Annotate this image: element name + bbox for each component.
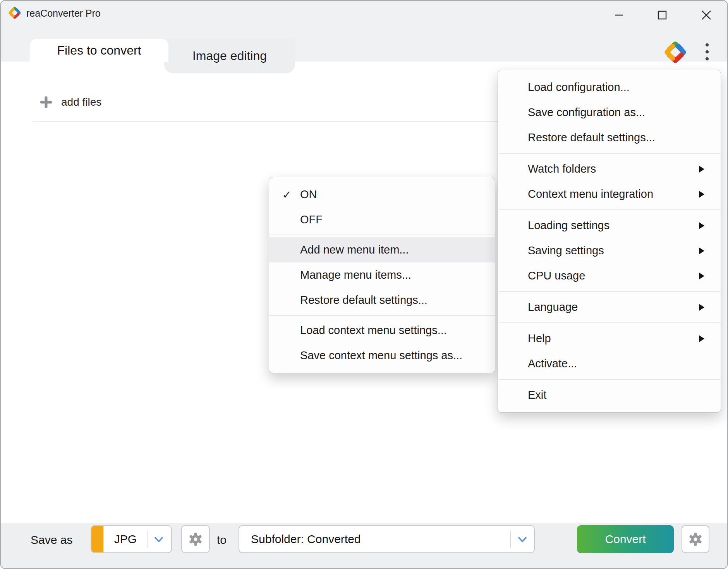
submenu-arrow-icon	[699, 166, 704, 173]
maximize-button[interactable]	[651, 4, 673, 26]
minimize-button[interactable]	[608, 4, 630, 26]
close-icon	[701, 10, 712, 21]
menu-separator	[269, 235, 495, 235]
select-divider	[510, 531, 511, 548]
menu-item-save-configuration-as[interactable]: Save configuration as...	[498, 100, 721, 125]
menu-item-help[interactable]: Help	[498, 326, 721, 351]
menu-item-language[interactable]: Language	[498, 295, 721, 320]
menu-item-label: Restore default settings...	[300, 294, 428, 307]
app-logo-icon-large	[661, 38, 689, 67]
menu-item-label: OFF	[300, 213, 323, 226]
submenu-arrow-icon	[699, 304, 704, 311]
plus-icon	[39, 96, 53, 109]
more-options-button[interactable]	[697, 39, 717, 64]
menu-item-label: Load context menu settings...	[300, 324, 447, 337]
menu-separator	[499, 379, 720, 380]
gear-icon	[188, 531, 203, 547]
save-as-label: Save as	[31, 533, 72, 547]
format-settings-button[interactable]	[181, 525, 210, 553]
close-button[interactable]	[695, 4, 718, 26]
menu-item-load-configuration[interactable]: Load configuration...	[498, 75, 721, 100]
convert-button[interactable]: Convert	[577, 525, 674, 553]
menu-item-restore-default-settings-submenu[interactable]: Restore default settings...	[269, 288, 495, 313]
select-divider	[148, 531, 148, 548]
output-format-value: JPG	[103, 533, 148, 546]
submenu-arrow-icon	[699, 247, 704, 254]
menu-item-label: Save configuration as...	[528, 106, 645, 119]
menu-item-watch-folders[interactable]: Watch folders	[498, 156, 721, 182]
convert-button-label: Convert	[605, 533, 646, 546]
window-title: reaConverter Pro	[26, 8, 101, 19]
submenu-arrow-icon	[699, 273, 704, 279]
submenu-arrow-icon	[699, 191, 704, 198]
menu-item-loading-settings[interactable]: Loading settings	[498, 213, 721, 238]
bottom-action-bar: Save as JPG to Subfolder: Convert	[1, 523, 727, 569]
menu-item-label: Save context menu settings as...	[300, 349, 462, 362]
add-files-button[interactable]: add files	[33, 89, 172, 116]
menu-item-manage-menu-items[interactable]: Manage menu items...	[269, 262, 495, 288]
menu-separator	[499, 322, 720, 323]
menu-item-label: Loading settings	[528, 219, 610, 232]
menu-item-label: Load configuration...	[528, 81, 630, 94]
menu-separator	[269, 315, 495, 316]
menu-item-on[interactable]: ✓ ON	[269, 182, 495, 207]
menu-item-label: Restore default settings...	[528, 131, 655, 144]
menu-item-label: Manage menu items...	[300, 269, 411, 281]
menu-item-label: Exit	[528, 389, 546, 401]
menu-item-label: CPU usage	[528, 269, 585, 282]
check-icon: ✓	[282, 188, 291, 201]
add-files-label: add files	[61, 96, 101, 108]
destination-value: Subfolder: Converted	[251, 533, 361, 546]
menu-item-saving-settings[interactable]: Saving settings	[498, 238, 721, 263]
menu-item-label: Saving settings	[528, 244, 604, 257]
main-options-menu: Load configuration... Save configuration…	[498, 70, 721, 413]
menu-item-label: Context menu integration	[528, 188, 653, 201]
gear-icon	[688, 531, 703, 547]
tab-files-to-convert[interactable]: Files to convert	[30, 39, 168, 62]
convert-settings-button[interactable]	[682, 525, 709, 553]
menu-item-exit[interactable]: Exit	[498, 382, 721, 408]
menu-item-context-menu-integration[interactable]: Context menu integration	[498, 182, 721, 207]
menu-item-label: Help	[528, 332, 551, 345]
submenu-arrow-icon	[699, 222, 704, 229]
menu-item-off[interactable]: OFF	[269, 207, 495, 232]
tab-image-editing[interactable]: Image editing	[164, 39, 295, 73]
menu-item-load-context-menu-settings[interactable]: Load context menu settings...	[269, 318, 495, 343]
submenu-arrow-icon	[699, 335, 704, 342]
format-accent-bar	[91, 526, 103, 552]
minimize-icon	[614, 10, 624, 20]
menu-item-label: ON	[300, 188, 317, 201]
menu-item-label: Watch folders	[528, 163, 596, 175]
output-format-select[interactable]: JPG	[91, 525, 172, 553]
menu-item-label: Language	[528, 301, 578, 314]
destination-select[interactable]: Subfolder: Converted	[239, 525, 535, 553]
menu-item-label: Add new menu item...	[300, 243, 409, 256]
menu-separator	[499, 153, 720, 154]
menu-item-save-context-menu-settings-as[interactable]: Save context menu settings as...	[269, 343, 495, 368]
menu-separator	[499, 209, 720, 210]
kebab-menu-icon	[704, 40, 710, 63]
to-label: to	[217, 533, 227, 547]
menu-item-restore-default-settings[interactable]: Restore default settings...	[498, 125, 721, 150]
menu-item-cpu-usage[interactable]: CPU usage	[498, 263, 721, 288]
app-window: reaConverter Pro Image editing Files to …	[0, 0, 728, 569]
context-menu-submenu: ✓ ON OFF Add new menu item... Manage men…	[269, 177, 495, 373]
menu-item-add-new-menu-item[interactable]: Add new menu item...	[269, 237, 495, 262]
app-logo-icon	[7, 5, 22, 21]
maximize-icon	[657, 10, 667, 20]
chevron-down-icon	[517, 535, 528, 544]
menu-item-label: Activate...	[528, 357, 577, 370]
menu-separator	[499, 291, 720, 292]
chevron-down-icon	[153, 535, 164, 544]
menu-item-activate[interactable]: Activate...	[498, 351, 721, 376]
